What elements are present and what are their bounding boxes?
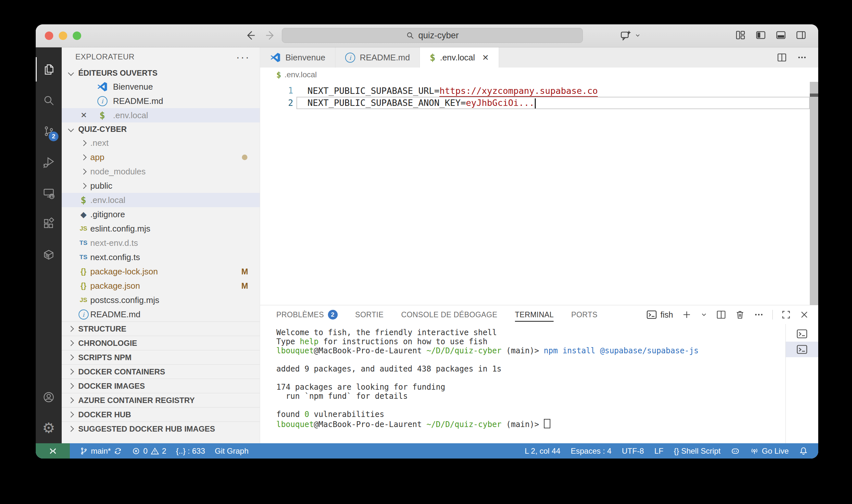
status-espaces-4[interactable]: Espaces : 4 <box>571 447 611 456</box>
code-editor[interactable]: 1NEXT_PUBLIC_SUPABASE_URL=https://xyzcom… <box>260 82 818 305</box>
status-git-graph[interactable]: Git Graph <box>215 447 249 456</box>
terminal-line: Welcome to fish, the friendly interactiv… <box>276 328 785 337</box>
terminal-output[interactable]: Welcome to fish, the friendly interactiv… <box>260 324 785 443</box>
explorer-sidebar: EXPLORATEUR ··· ÉDITEURS OUVERTS Bienven… <box>62 48 260 443</box>
project-section-header[interactable]: QUIZ-CYBER <box>62 122 260 136</box>
sidebar-section-azure-container-registry[interactable]: AZURE CONTAINER REGISTRY <box>62 393 260 407</box>
tree-file-README-md[interactable]: iREADME.md <box>62 307 260 322</box>
copilot-chat-button[interactable] <box>620 30 641 41</box>
status--633[interactable]: {..} : 633 <box>176 447 205 456</box>
activity-search-icon[interactable] <box>36 85 62 115</box>
code-line-2: 2NEXT_PUBLIC_SUPABASE_ANON_KEY=eyJhbGciO… <box>260 97 818 109</box>
status-go-live[interactable]: Go Live <box>750 447 789 456</box>
code-text: NEXT_PUBLIC_SUPABASE_URL=https://xyzcomp… <box>307 86 598 96</box>
terminal-shell-selector[interactable]: fish <box>646 309 673 320</box>
section-label: DOCKER IMAGES <box>78 382 145 391</box>
tree-file-eslint-config-mjs[interactable]: JSeslint.config.mjs <box>62 221 260 236</box>
panel-tab-label: CONSOLE DE DÉBOGAGE <box>401 310 497 319</box>
tree-file-postcss-config-mjs[interactable]: JSpostcss.config.mjs <box>62 293 260 307</box>
open-editors-section-header[interactable]: ÉDITEURS OUVERTS <box>62 66 260 79</box>
editor-more-actions-icon[interactable] <box>797 52 807 63</box>
activity-settings-icon[interactable]: ⚙ <box>36 412 62 443</box>
tree-file-next-env-d-ts[interactable]: TSnext-env.d.ts <box>62 236 260 250</box>
sidebar-section-scripts-npm[interactable]: SCRIPTS NPM <box>62 350 260 364</box>
status-l-2-col-44[interactable]: L 2, col 44 <box>525 447 560 456</box>
activity-explorer-icon[interactable] <box>36 54 62 85</box>
editor-tab-README-md[interactable]: iREADME.md <box>336 48 420 68</box>
remote-indicator[interactable] <box>36 443 70 458</box>
tree-file-package-lock-json[interactable]: {}package-lock.jsonM <box>62 264 260 278</box>
tree-file--env-local[interactable]: $.env.local <box>62 193 260 207</box>
tree-folder-public[interactable]: public <box>62 179 260 193</box>
tree-folder-node-modules[interactable]: node_modules <box>62 164 260 179</box>
back-arrow-icon[interactable] <box>243 27 258 44</box>
activity-docker-icon[interactable] <box>36 239 62 270</box>
status-bell[interactable] <box>799 447 808 455</box>
activity-accounts-icon[interactable] <box>36 382 62 412</box>
activity-bar: 2 ⚙ <box>36 48 62 443</box>
tree-folder--next[interactable]: .next <box>62 136 260 150</box>
editor-tab--env-local[interactable]: $.env.local✕ <box>420 48 499 68</box>
zoom-window-button[interactable] <box>73 32 81 40</box>
status-problems[interactable]: 02 <box>132 447 166 456</box>
divider <box>773 310 773 320</box>
terminal-tab-1[interactable] <box>786 326 818 342</box>
sidebar-section-chronologie[interactable]: CHRONOLOGIE <box>62 336 260 350</box>
window-controls <box>45 32 81 40</box>
toggle-primary-sidebar-icon[interactable] <box>755 30 766 41</box>
terminal-tab-2[interactable] <box>786 342 818 357</box>
status-copilot[interactable] <box>731 447 740 455</box>
activity-remote-explorer-icon[interactable] <box>36 177 62 208</box>
status-lf[interactable]: LF <box>654 447 663 456</box>
panel-more-actions-icon[interactable] <box>754 309 764 320</box>
toggle-panel-icon[interactable] <box>775 30 786 41</box>
tab-label: Bienvenue <box>285 53 325 63</box>
panel-tab-ports[interactable]: PORTS <box>571 305 597 324</box>
tree-file-package-json[interactable]: {}package.jsonM <box>62 278 260 293</box>
maximize-panel-icon[interactable] <box>781 310 791 320</box>
breadcrumb[interactable]: $ .env.local <box>260 68 818 82</box>
customize-layout-icon[interactable] <box>735 30 746 41</box>
open-editor-item[interactable]: ✕$.env.local <box>62 108 260 122</box>
status-main-[interactable]: main* <box>79 447 122 456</box>
panel-tab-console-de-d-bogage[interactable]: CONSOLE DE DÉBOGAGE <box>401 305 497 324</box>
sidebar-section-structure[interactable]: STRUCTURE <box>62 322 260 336</box>
panel-tab-sortie[interactable]: SORTIE <box>355 305 384 324</box>
close-window-button[interactable] <box>45 32 53 40</box>
split-editor-icon[interactable] <box>777 52 787 63</box>
close-tab-icon[interactable]: ✕ <box>482 53 489 62</box>
chevron-right-icon <box>68 340 74 346</box>
toggle-secondary-sidebar-icon[interactable] <box>796 30 806 41</box>
split-terminal-icon[interactable] <box>716 309 726 320</box>
open-editor-item[interactable]: iREADME.md <box>62 94 260 108</box>
status-utf-8[interactable]: UTF-8 <box>622 447 644 456</box>
tree-folder-app[interactable]: app <box>62 150 260 164</box>
sidebar-section-docker-images[interactable]: DOCKER IMAGES <box>62 379 260 393</box>
panel-tab-terminal[interactable]: TERMINAL <box>515 305 554 324</box>
tree-file--gitignore[interactable]: ◆.gitignore <box>62 207 260 221</box>
editor-scrollbar[interactable] <box>810 82 818 305</box>
sidebar-section-docker-hub[interactable]: DOCKER HUB <box>62 407 260 421</box>
minimize-window-button[interactable] <box>59 32 67 40</box>
editor-tab-Bienvenue[interactable]: Bienvenue <box>260 48 336 68</box>
forward-arrow-icon[interactable] <box>263 27 278 44</box>
terminal-line: found 0 vulnerabilities <box>276 410 785 419</box>
sidebar-section-suggested-docker-hub-images[interactable]: SUGGESTED DOCKER HUB IMAGES <box>62 421 260 436</box>
terminal-line: added 9 packages, and audited 438 packag… <box>276 364 785 374</box>
activity-source-control-icon[interactable]: 2 <box>36 115 62 146</box>
kill-terminal-icon[interactable] <box>735 309 745 320</box>
new-terminal-icon[interactable] <box>682 309 692 320</box>
status--shell-script[interactable]: {} Shell Script <box>674 447 721 456</box>
tree-file-next-config-ts[interactable]: TSnext.config.ts <box>62 250 260 264</box>
chevron-right-icon <box>68 397 74 403</box>
sidebar-section-docker-containers[interactable]: DOCKER CONTAINERS <box>62 364 260 379</box>
panel-tab-probl-mes[interactable]: PROBLÈMES2 <box>276 305 338 324</box>
close-editor-icon[interactable]: ✕ <box>80 111 92 120</box>
chevron-down-icon <box>68 70 74 76</box>
activity-run-debug-icon[interactable] <box>36 146 62 177</box>
open-editor-item[interactable]: Bienvenue <box>62 79 260 94</box>
launch-profile-chevron-icon[interactable] <box>700 311 708 318</box>
close-panel-icon[interactable] <box>799 310 809 320</box>
activity-extensions-icon[interactable] <box>36 208 62 239</box>
command-center-search[interactable]: quiz-cyber <box>282 28 583 43</box>
